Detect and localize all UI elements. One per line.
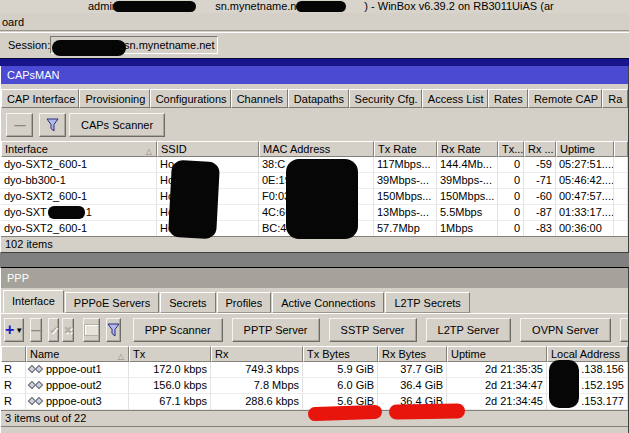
enable-button[interactable]: ✔ (48, 318, 59, 342)
check-icon: ✔ (49, 324, 58, 337)
redaction-blob (113, 1, 196, 12)
tab-active-connections[interactable]: Active Connections (272, 292, 384, 313)
chevron-down-icon: ▼ (15, 326, 23, 335)
filter-icon (107, 323, 120, 337)
sort-asc-icon: △ (118, 350, 124, 362)
tab-radio-partial[interactable]: Ra (602, 89, 628, 108)
ppp-scanner-button[interactable]: PPP Scanner (133, 318, 223, 342)
tab-provisioning[interactable]: Provisioning (79, 89, 149, 108)
filter-button[interactable] (106, 318, 121, 342)
column-header-rx-rate[interactable]: Rx Rate (437, 141, 498, 157)
ppp-tabbar: Interface PPPoE Servers Secrets Profiles… (1, 288, 628, 314)
comment-icon (84, 324, 99, 336)
redaction-blob (52, 40, 126, 56)
redaction-blob (48, 206, 85, 219)
session-value: sn.mynetname.net (124, 39, 215, 51)
table-row[interactable]: R pppoe-out1 172.0 kbps 749.3 kbps 5.9 G… (1, 362, 628, 378)
x-icon: ✖ (63, 324, 72, 337)
pppoe-service-button-partial[interactable]: PF (620, 318, 629, 342)
ppp-toolbar: +▼ — ✔ ✖ PPP Scanner PPTP Server SSTP Se… (1, 314, 628, 346)
tab-pppoe-servers[interactable]: PPPoE Servers (65, 292, 159, 313)
tab-channels[interactable]: Channels (231, 89, 288, 108)
column-header-rx[interactable]: Rx ... (524, 141, 556, 157)
redaction-blob (549, 360, 579, 408)
minus-icon: — (31, 324, 41, 336)
plus-icon: + (5, 323, 14, 337)
capsman-table-header: Interface△ SSID MAC Address Tx Rate Rx R… (1, 141, 628, 157)
redaction-blob (168, 160, 220, 239)
ppp-table-header: Name△ Tx Rx Tx Bytes Rx Bytes Uptime Loc… (1, 346, 628, 362)
capsman-tabbar: CAP Interface Provisioning Configuration… (1, 84, 628, 108)
ppp-titlebar[interactable]: PPP (1, 268, 628, 288)
red-marker-annotation (308, 405, 382, 422)
desktop-gap (0, 253, 629, 267)
tab-secrets[interactable]: Secrets (160, 292, 215, 313)
session-label: Session: (8, 39, 50, 51)
column-header-ssid[interactable]: SSID (157, 141, 259, 157)
column-header-tx[interactable]: Tx... (498, 141, 524, 157)
pppoe-interface-icon (29, 362, 43, 377)
column-header-uptime[interactable]: Uptime (447, 346, 547, 362)
tab-rates[interactable]: Rates (488, 89, 528, 108)
red-marker-annotation (389, 403, 465, 419)
pptp-server-button[interactable]: PPTP Server (232, 318, 320, 342)
sort-asc-icon: △ (146, 145, 152, 157)
remove-button[interactable]: — (30, 318, 42, 342)
tab-interface[interactable]: Interface (3, 290, 64, 313)
capsman-title-text: CAPsMAN (7, 69, 60, 81)
tab-l2tp-secrets[interactable]: L2TP Secrets (385, 292, 469, 313)
capsman-titlebar[interactable]: CAPsMAN (1, 66, 628, 84)
column-header-spacer (614, 141, 628, 157)
filter-icon (46, 118, 59, 132)
column-header-tx-bytes[interactable]: Tx Bytes (303, 346, 378, 362)
redaction-blob (286, 159, 358, 239)
filter-button[interactable] (39, 113, 66, 137)
tab-configurations[interactable]: Configurations (150, 89, 231, 108)
column-header-name[interactable]: Name△ (26, 346, 129, 362)
column-header-flags[interactable] (1, 346, 26, 362)
ppp-title-text: PPP (7, 272, 29, 284)
ovpn-server-button[interactable]: OVPN Server (520, 318, 611, 342)
tab-access-list[interactable]: Access List (422, 89, 488, 108)
sstp-server-button[interactable]: SSTP Server (329, 318, 417, 342)
column-header-tx-rate[interactable]: Tx Rate (374, 141, 437, 157)
ppp-table-rows: R pppoe-out1 172.0 kbps 749.3 kbps 5.9 G… (1, 362, 628, 410)
capsman-toolbar: — CAPs Scanner (1, 108, 628, 141)
add-button[interactable]: +▼ (4, 318, 24, 342)
table-row[interactable]: R pppoe-out2 156.0 kbps 7.8 Mbps 6.0 GiB… (1, 378, 628, 394)
column-header-rx[interactable]: Rx (211, 346, 303, 362)
item-count: 102 items (5, 238, 53, 250)
column-header-uptime[interactable]: Uptime (556, 141, 614, 157)
minus-icon: — (15, 119, 25, 131)
column-header-interface[interactable]: Interface△ (1, 141, 157, 157)
tab-security-cfg[interactable]: Security Cfg. (349, 89, 422, 108)
disable-button[interactable]: ✖ (62, 318, 73, 342)
winbox-screen: admin@sn.mynetname.net () - WinBox v6.39… (0, 0, 629, 433)
tab-datapaths[interactable]: Datapaths (288, 89, 349, 108)
remove-button[interactable]: — (6, 113, 33, 137)
tab-cap-interface[interactable]: CAP Interface (1, 89, 79, 108)
l2tp-server-button[interactable]: L2TP Server (426, 318, 512, 342)
ppp-window-bottom (1, 426, 628, 433)
tab-remote-cap[interactable]: Remote CAP (528, 89, 602, 108)
column-header-mac[interactable]: MAC Address (259, 141, 374, 157)
column-header-tx[interactable]: Tx (129, 346, 211, 362)
dashboard-window-title: oard (0, 13, 629, 31)
tab-profiles[interactable]: Profiles (217, 292, 272, 313)
pppoe-interface-icon (29, 378, 43, 393)
column-header-rx-bytes[interactable]: Rx Bytes (378, 346, 447, 362)
pppoe-interface-icon (29, 394, 43, 409)
redaction-blob (296, 1, 346, 12)
item-count: 3 items out of 22 (5, 412, 86, 424)
caps-scanner-button[interactable]: CAPs Scanner (69, 113, 165, 137)
comment-button[interactable] (83, 318, 100, 342)
dashboard-title-text: oard (2, 16, 24, 28)
